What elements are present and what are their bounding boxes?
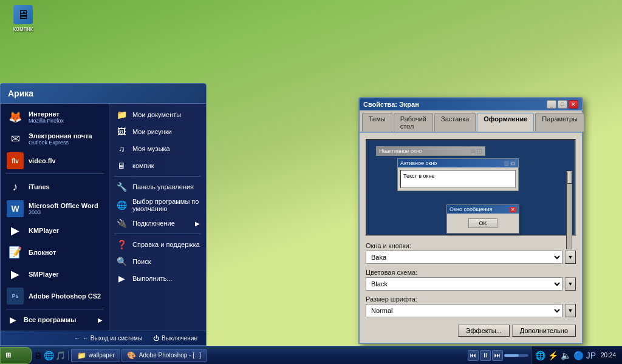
tray-power-icon[interactable]: ⚡ — [548, 351, 558, 360]
menu-item-run[interactable]: ▶ Выполнить... — [109, 270, 206, 287]
connect-icon: 🔌 — [115, 217, 128, 229]
menu-help-label: Справка и поддержка — [132, 241, 200, 248]
windows-buttons-dropdown-btn[interactable]: ▼ — [565, 251, 576, 264]
tab-settings[interactable]: Параметры — [535, 113, 584, 132]
media-controls: ⏮ ⏸ ⏭ — [465, 350, 531, 361]
firefox-icon: 🦊 — [7, 109, 24, 126]
connect-arrow: ▶ — [195, 220, 200, 227]
media-pause-button[interactable]: ⏸ — [480, 350, 491, 361]
menu-item-help[interactable]: ❓ Справка и поддержка — [109, 236, 206, 253]
shutdown-button[interactable]: ⏻ Выключение — [149, 334, 201, 343]
menu-item-search[interactable]: 🔍 Поиск — [109, 253, 206, 270]
advanced-button[interactable]: Дополнительно — [512, 325, 576, 337]
taskbar-wallpaper-label: wallpaper — [89, 352, 115, 359]
close-button[interactable]: ✕ — [569, 100, 578, 109]
menu-my-pics-label: Мои рисунки — [132, 128, 172, 135]
menu-item-photoshop[interactable]: Ps Adobe Photoshop CS2 — [1, 285, 109, 307]
menu-item-email[interactable]: ✉ Электронная почта Outlook Express — [1, 128, 109, 150]
menu-item-kompik[interactable]: 🖥 компик — [109, 157, 206, 174]
help-icon: ❓ — [115, 238, 128, 251]
menu-video-label: video.flv — [29, 157, 56, 164]
preview-message-box: Окно сообщения ✕ OK — [446, 204, 519, 234]
smplayer-icon: ▶ — [7, 266, 24, 283]
tray-lang-icon[interactable]: JP — [586, 351, 596, 360]
menu-item-all-programs[interactable]: ▶ Все программы ▶ — [1, 311, 109, 328]
start-menu-footer: ← ← Выход из системы ⏻ Выключение — [1, 331, 206, 345]
start-button[interactable]: ⊞ — [0, 347, 32, 364]
preview-inactive-max: □ — [477, 149, 482, 154]
start-menu: Арика 🦊 Интернет Mozilla Firefox ✉ Элект… — [0, 83, 207, 346]
effects-button[interactable]: Эффекты... — [458, 325, 510, 337]
menu-item-notepad[interactable]: 📝 Блокнот — [1, 241, 109, 263]
tray-bluetooth-icon[interactable]: 🔵 — [573, 351, 584, 360]
preview-inactive-titlebar: Неактивное окно _ □ — [377, 147, 485, 155]
run-icon: ▶ — [115, 272, 128, 285]
menu-word-sub: 2003 — [29, 209, 98, 215]
menu-item-itunes[interactable]: ♪ iTunes — [1, 176, 109, 198]
quick-launch-media-icon[interactable]: 🎵 — [55, 351, 66, 360]
quick-launch-browser-icon[interactable]: 🌐 — [44, 351, 54, 360]
font-size-dropdown-btn[interactable]: ▼ — [565, 304, 576, 317]
desktop-icon-kompik[interactable]: 🖥 компик — [5, 5, 41, 32]
preview-inactive-min: _ — [471, 149, 476, 154]
preview-inactive-title-text: Неактивное окно — [379, 148, 422, 154]
word-icon: W — [7, 200, 24, 217]
all-programs-icon: ▶ — [7, 314, 19, 326]
photoshop-icon: Ps — [7, 288, 24, 305]
start-menu-body: 🦊 Интернет Mozilla Firefox ✉ Электронная… — [1, 104, 206, 331]
tray-volume-icon[interactable]: 🔈 — [561, 351, 571, 360]
menu-item-my-pics[interactable]: 🖼 Мои рисунки — [109, 123, 206, 140]
tab-themes[interactable]: Темы — [362, 113, 392, 132]
menu-internet-label: Интернет — [29, 110, 64, 118]
computer-icon: 🖥 — [13, 5, 33, 24]
menu-item-video[interactable]: flv video.flv — [1, 150, 109, 172]
menu-connect-label: Подключение — [132, 220, 175, 227]
display-properties-window: Свойства: Экран _ □ ✕ Темы Рабочий стол … — [358, 97, 583, 344]
quick-launch-desktop-icon[interactable]: 🖥 — [34, 351, 43, 360]
menu-item-my-docs[interactable]: 📁 Мои документы — [109, 106, 206, 123]
preview-scrollbar — [566, 170, 572, 249]
menu-item-control-panel[interactable]: 🔧 Панель управления — [109, 178, 206, 195]
preview-msg-close[interactable]: ✕ — [510, 207, 516, 212]
menu-photoshop-label: Adobe Photoshop CS2 — [29, 292, 101, 300]
scrollbar-thumb — [567, 172, 572, 184]
menu-separator-2 — [5, 309, 104, 309]
menu-all-programs-label: Все программы — [24, 316, 76, 323]
tab-screensaver[interactable]: Заставка — [434, 113, 476, 132]
media-prev-button[interactable]: ⏮ — [468, 350, 479, 361]
my-music-icon: ♫ — [115, 143, 128, 155]
window-titlebar: Свойства: Экран _ □ ✕ — [360, 98, 582, 110]
maximize-button[interactable]: □ — [558, 100, 567, 109]
menu-item-default-programs[interactable]: 🌐 Выбор программы по умолчанию — [109, 195, 206, 215]
volume-slider[interactable] — [504, 354, 528, 357]
tray-network-icon[interactable]: 🌐 — [535, 351, 545, 360]
menu-word-label: Microsoft Office Word — [29, 202, 98, 209]
taskbar-item-wallpaper[interactable]: 📁 wallpaper — [71, 349, 120, 362]
shutdown-icon: ⏻ — [153, 335, 159, 342]
windows-buttons-select[interactable]: Baka — [366, 251, 562, 264]
font-size-select[interactable]: Normal — [366, 304, 562, 317]
system-tray: 🌐 ⚡ 🔈 🔵 JP 20:24 — [531, 346, 622, 364]
menu-item-word[interactable]: W Microsoft Office Word 2003 — [1, 198, 109, 220]
preview-active-min: _ — [504, 161, 509, 166]
taskbar-item-photoshop[interactable]: 🎨 Adobe Photoshop - [...] — [121, 349, 207, 362]
color-scheme-select[interactable]: Black — [366, 277, 562, 291]
minimize-button[interactable]: _ — [547, 100, 556, 109]
media-next-button[interactable]: ⏭ — [492, 350, 503, 361]
preview-ok-button[interactable]: OK — [468, 218, 497, 228]
menu-separator-1 — [5, 174, 104, 174]
menu-item-connect[interactable]: 🔌 Подключение ▶ — [109, 215, 206, 232]
notepad-icon: 📝 — [7, 244, 24, 261]
tab-appearance[interactable]: Оформление — [477, 113, 534, 132]
menu-run-label: Выполнить... — [132, 275, 173, 282]
menu-item-smplayer[interactable]: ▶ SMPlayer — [1, 263, 109, 285]
color-scheme-dropdown-btn[interactable]: ▼ — [565, 277, 576, 291]
menu-kompik-label: компик — [132, 162, 154, 169]
tab-desktop[interactable]: Рабочий стол — [394, 113, 433, 132]
menu-item-kmplayer[interactable]: ▶ KMPlayer — [1, 220, 109, 241]
menu-item-internet[interactable]: 🦊 Интернет Mozilla Firefox — [1, 106, 109, 128]
menu-item-my-music[interactable]: ♫ Моя музыка — [109, 140, 206, 157]
preview-active-title-text: Активное окно — [400, 160, 437, 166]
window-title: Свойства: Экран — [363, 101, 419, 108]
logout-button[interactable]: ← ← Выход из системы — [70, 334, 146, 343]
